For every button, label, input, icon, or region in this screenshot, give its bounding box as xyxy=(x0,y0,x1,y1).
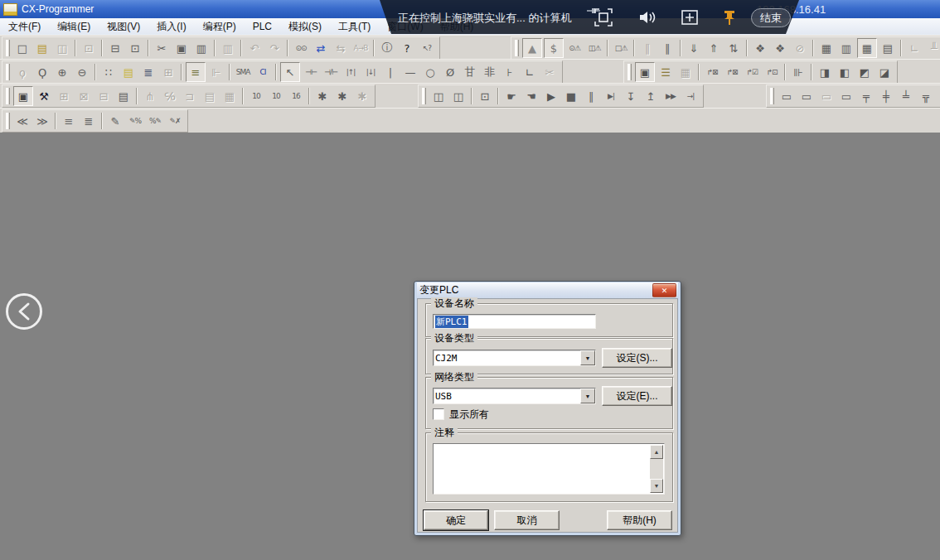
menu-tools[interactable]: 工具(T) xyxy=(330,18,379,36)
pen-percent-2-button[interactable]: %✎ xyxy=(146,112,164,130)
replace-all-button[interactable]: ⇆ xyxy=(332,39,350,57)
pen-percent-1-button[interactable]: ✎% xyxy=(126,112,144,130)
properties-button[interactable]: ▤ xyxy=(114,87,133,105)
io-table-4-button[interactable]: ▤ xyxy=(879,39,897,57)
online-compare-warning-button[interactable]: ⊙⚠ xyxy=(565,39,584,57)
menu-plc[interactable]: PLC xyxy=(245,19,280,34)
panel-tick-button[interactable]: ◪ xyxy=(875,63,894,81)
pen-edit-button[interactable]: ✎ xyxy=(106,112,124,130)
t-branch-button[interactable]: ⊦ xyxy=(501,63,519,81)
build-program-button[interactable]: ⚒ xyxy=(35,87,53,105)
cancel-button[interactable]: 取消 xyxy=(494,510,560,530)
pause-button[interactable]: ∥ xyxy=(658,39,676,57)
rung-split-button[interactable]: ╤ xyxy=(937,87,940,105)
partial-transfer-1-button[interactable]: ❖ xyxy=(751,39,769,57)
find-replace-button[interactable]: ⇄ xyxy=(312,39,330,57)
rung-comment-view-button[interactable]: ⊐ xyxy=(181,87,199,105)
output-window-button[interactable]: ▣ xyxy=(13,86,33,106)
device-type-select[interactable]: CJ2M ▼ xyxy=(433,350,596,366)
work-online-simulator-button[interactable]: ◫ xyxy=(429,87,448,105)
comment-scrollbar[interactable]: ▲ ▼ xyxy=(650,445,663,493)
indent-right-button[interactable]: ≫ xyxy=(33,112,51,130)
fullscreen-icon[interactable] xyxy=(594,7,613,27)
network-node-1-button[interactable]: ▭ xyxy=(778,87,796,105)
monitor-box-button[interactable]: ▤ xyxy=(201,87,219,105)
cross-reference-button[interactable]: ⊠ xyxy=(75,87,93,105)
new-instruction-button[interactable]: 甘 xyxy=(461,63,479,81)
device-name-input[interactable]: 新PLC1 xyxy=(433,314,596,329)
volume-icon[interactable] xyxy=(637,7,657,27)
rung-above-button[interactable]: ╤ xyxy=(857,87,875,105)
rung-join-button[interactable]: ╦ xyxy=(917,87,935,105)
l-line-button[interactable]: ∟ xyxy=(521,63,539,81)
cut-button[interactable]: ✂ xyxy=(153,39,171,57)
block-left-button[interactable]: ≡ xyxy=(60,112,78,130)
data-trace-button[interactable]: ▦ xyxy=(220,87,239,105)
help-button[interactable]: 帮助(H) xyxy=(607,510,672,530)
redo-button[interactable]: ↷ xyxy=(265,39,283,57)
sim-step-run-button[interactable]: ▶| xyxy=(602,87,620,105)
delete-line-button[interactable]: ✂ xyxy=(540,63,559,81)
back-button[interactable] xyxy=(6,293,42,330)
copy-button[interactable]: ▣ xyxy=(172,39,191,57)
comment-textarea[interactable]: ▲ ▼ xyxy=(433,443,665,495)
scroll-down-icon[interactable]: ▼ xyxy=(650,479,663,493)
rung-wrap-button[interactable]: ⊩ xyxy=(207,63,225,81)
network-node-3-button[interactable]: ▭ xyxy=(817,87,836,105)
address-reference-button[interactable]: ⊟ xyxy=(94,87,113,105)
paste-special-button[interactable]: ▥ xyxy=(219,39,237,57)
sim-step-out-button[interactable]: ↥ xyxy=(642,87,660,105)
ok-button[interactable]: 确定 xyxy=(424,510,488,530)
indent-left-button[interactable]: ≪ xyxy=(13,112,31,130)
toolbar-grip[interactable] xyxy=(515,40,519,56)
project-tree-button[interactable]: ⊪ xyxy=(789,63,807,81)
hex-monitor-button[interactable]: 16 xyxy=(287,87,305,105)
network-node-4-button[interactable]: ▭ xyxy=(837,87,855,105)
chevron-down-icon[interactable]: ▼ xyxy=(580,389,595,403)
transfer-from-plc-button[interactable]: ⇑ xyxy=(705,39,723,57)
ci-view-button[interactable]: CI xyxy=(254,63,272,81)
sim-stop-button[interactable]: ■ xyxy=(562,87,580,105)
network-type-settings-button[interactable]: 设定(E)... xyxy=(602,386,672,406)
monitor-warning-button[interactable]: □⚠ xyxy=(612,39,630,57)
toolbar-grip[interactable] xyxy=(422,88,426,104)
panel-left-button[interactable]: ◨ xyxy=(816,63,834,81)
find-button[interactable]: ⊙⊙ xyxy=(292,39,310,57)
compile-check-button[interactable]: ⋔ xyxy=(141,87,159,105)
open-file-button[interactable]: ▤ xyxy=(33,39,51,57)
sim-continuous-step-button[interactable]: ▶▶ xyxy=(661,87,680,105)
new-contact-button[interactable]: ⊣⊢ xyxy=(302,63,320,81)
vertical-line-button[interactable]: | xyxy=(381,63,400,81)
toolbar-grip[interactable] xyxy=(6,40,10,56)
device-type-settings-button[interactable]: 设定(S)... xyxy=(602,348,672,368)
simulator-scan-button[interactable]: ⊡ xyxy=(476,87,494,105)
new-window-icon[interactable] xyxy=(680,7,700,27)
insert-above-button[interactable]: ↱⊠ xyxy=(703,63,721,81)
sim-scan-run-button[interactable]: →| xyxy=(681,87,700,105)
simulator-init-button[interactable]: ◫ xyxy=(449,87,468,105)
about-info-button[interactable]: ⓘ xyxy=(378,39,396,57)
sim-pause-button[interactable]: ∥ xyxy=(582,87,600,105)
contact-up-diff-button[interactable]: |↑| xyxy=(342,63,360,81)
monitor-in-rung-button[interactable]: ≡ xyxy=(186,62,206,82)
forced-set-button[interactable]: ∟ xyxy=(905,39,923,57)
insert-checked-button[interactable]: ↱☑ xyxy=(743,63,761,81)
forced-status-button[interactable]: ╨ xyxy=(925,39,940,57)
io-table-3-button[interactable]: ▦ xyxy=(857,38,877,58)
watch-window-2-button[interactable]: ⊞ xyxy=(55,87,73,105)
context-help-button[interactable]: ↖? xyxy=(418,39,436,57)
data-grid-button[interactable]: ▦ xyxy=(676,63,695,81)
contact-down-diff-button[interactable]: |↓| xyxy=(361,63,380,81)
insert-block-button[interactable]: ↱⊡ xyxy=(763,63,781,81)
chevron-down-icon[interactable]: ▼ xyxy=(580,350,595,365)
pin-icon[interactable] xyxy=(720,7,739,27)
new-closed-coil-button[interactable]: Ø xyxy=(441,63,459,81)
toolbar-grip[interactable] xyxy=(770,88,774,104)
new-function-block-button[interactable]: 非 xyxy=(481,63,499,81)
menu-view[interactable]: 视图(V) xyxy=(99,18,148,36)
show-all-checkbox[interactable] xyxy=(433,408,444,420)
scroll-up-icon[interactable]: ▲ xyxy=(650,445,663,459)
breakpoint-clear-button[interactable]: ☚ xyxy=(522,87,540,105)
sim-run-button[interactable]: ▶ xyxy=(542,87,560,105)
new-closed-contact-button[interactable]: ⊣/⊢ xyxy=(322,63,340,81)
